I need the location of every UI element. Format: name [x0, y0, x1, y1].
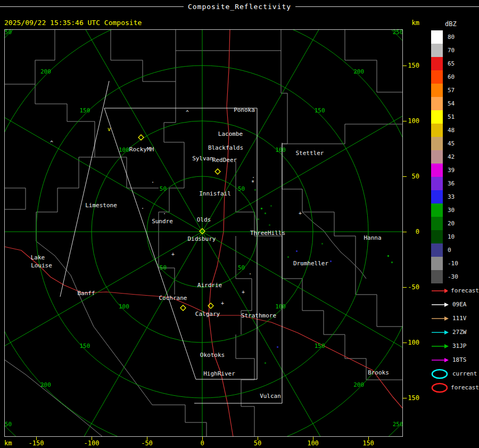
range-label: 200 [353, 381, 364, 388]
county-boundary-line [95, 157, 159, 188]
colorbar-swatch [431, 137, 443, 150]
legend: forecast09EA111V27ZW31JP18TScurrentforec… [431, 284, 479, 394]
colorbar-entry: 33 [431, 190, 479, 203]
legend-arrow-icon [431, 288, 448, 294]
colorbar-value: 36 [448, 180, 455, 187]
county-boundary-line [4, 188, 26, 209]
echo-pixel [258, 218, 259, 220]
colorbar-swatch [431, 217, 443, 230]
legend-label: 111V [452, 315, 467, 322]
station-marker: + [242, 289, 245, 295]
colorbar-entry: 65 [431, 57, 479, 70]
county-boundary-line [164, 29, 184, 161]
city-label: Banff [77, 290, 95, 297]
bottom-axis-tick [202, 437, 203, 440]
colorbar-entry: -30 [431, 270, 479, 283]
colorbar-value: 30 [448, 207, 455, 214]
colorbar-swatch [431, 203, 443, 217]
legend-item: 27ZW [431, 325, 479, 339]
county-boundary-line [36, 121, 95, 241]
echo-pixel [261, 208, 262, 209]
timestamp: 2025/09/22 15:35:46 UTC Composite [4, 19, 142, 27]
colorbar-value: 60 [448, 74, 455, 80]
legend-label: current [452, 370, 477, 377]
colorbar-value: 51 [448, 113, 455, 120]
legend-label: 27ZW [452, 329, 467, 336]
colorbar-entry: -10 [431, 257, 479, 270]
echo-pixel [265, 362, 266, 364]
city-label: Sylvan [192, 155, 213, 162]
city-label: Okotoks [200, 352, 225, 359]
colorbar-entry: 51 [431, 110, 479, 124]
legend-arrow-icon [431, 343, 449, 349]
range-label: 250 [393, 29, 403, 36]
colorbar-title: dBZ [445, 20, 479, 28]
station-marker: + [221, 300, 224, 306]
colorbar-entry: 45 [431, 137, 479, 150]
title-rule-left [0, 6, 184, 7]
radar-map-canvas: 5010015020025050100150200250501001502002… [4, 29, 403, 437]
colorbar-value: 48 [448, 127, 455, 134]
colorbar-swatch [431, 164, 443, 177]
county-boundary-line [163, 405, 207, 437]
county-boundary-line [4, 84, 95, 121]
range-label: 150 [315, 107, 325, 114]
city-label: RockyMH [129, 146, 154, 153]
colorbar-value: 45 [448, 140, 455, 147]
range-label: 50 [160, 185, 167, 192]
range-label: 100 [119, 146, 129, 153]
colorbar-entry: 57 [431, 84, 479, 97]
legend-label: forecast [451, 287, 479, 294]
colorbar-entry: 36 [431, 177, 479, 190]
city-label: RedDeer [212, 157, 237, 164]
bottom-axis-tick [258, 437, 258, 440]
city-label: Olds [197, 216, 211, 223]
range-label: 200 [40, 68, 51, 75]
station-marker: + [171, 251, 175, 257]
legend-arrow-icon [431, 315, 449, 322]
station-marker: · [151, 180, 154, 185]
bottom-axis-label: -150 [27, 439, 46, 447]
colorbar-swatch [431, 84, 443, 97]
range-label: 150 [79, 343, 90, 349]
legend-item: 31JP [431, 339, 479, 353]
legend-item: 111V [431, 312, 479, 325]
km-axis-label-top: km [404, 19, 419, 27]
echo-pixel [277, 346, 278, 348]
coverage-outline [60, 81, 282, 403]
city-label: Lacombe [218, 131, 243, 137]
bottom-axis-label: 50 [248, 439, 267, 447]
legend-ellipse-icon [431, 382, 448, 393]
bottom-axis-tick [147, 437, 147, 440]
colorbar-swatch [431, 70, 443, 84]
colorbar-swatch [431, 124, 443, 137]
km-axis-label-bottom: km [4, 439, 12, 447]
legend-arrow-icon [431, 357, 449, 363]
colorbar-entry: 48 [431, 124, 479, 137]
echo-pixel [330, 260, 332, 262]
station-marker: ^ [186, 110, 189, 116]
colorbar-value: 80 [448, 34, 455, 40]
city-label: Vulcan [260, 393, 281, 400]
range-ring-labels: 5010015020025050100150200250501001502002… [4, 29, 403, 428]
title-rule-right [295, 6, 479, 7]
right-axis-tick [403, 287, 407, 288]
colorbar-swatch [431, 243, 443, 257]
bottom-axis-tick [92, 437, 92, 440]
range-label: 150 [315, 343, 325, 349]
colorbar-swatch [431, 190, 443, 203]
colorbar-entry: 54 [431, 97, 479, 110]
station-marker: * [251, 180, 254, 185]
bottom-axis-label: 100 [303, 439, 323, 447]
right-axis-tick [403, 66, 407, 66]
city-label: Didsbury [188, 235, 216, 242]
station-marker: · [163, 211, 166, 217]
colorbar-swatch [431, 150, 443, 164]
city-labels: PonokaLacombeBlackfaldsSylvanRedDeerRock… [31, 107, 389, 400]
colorbar-swatch [431, 44, 443, 57]
radar-echoes [254, 189, 393, 364]
county-boundary-line [111, 29, 176, 82]
legend-item: 18TS [431, 353, 479, 366]
range-label: 50 [238, 264, 245, 271]
range-label: 100 [275, 146, 286, 153]
